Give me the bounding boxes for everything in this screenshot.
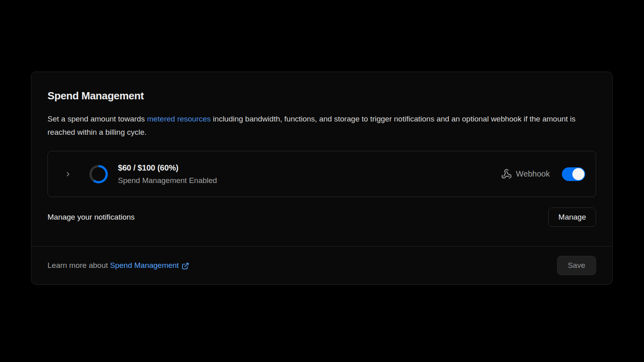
notifications-label: Manage your notifications [47,213,135,222]
spend-management-doc-link[interactable]: Spend Management [110,261,189,270]
learn-more-prefix: Learn more about [47,261,110,269]
spend-management-card: Spend Management Set a spend amount towa… [31,72,613,285]
chevron-right-icon [64,171,72,178]
spend-management-link-label: Spend Management [110,261,179,270]
card-title: Spend Management [47,90,596,102]
spend-status-textblock: $60 / $100 (60%) Spend Management Enable… [118,163,217,185]
manage-button[interactable]: Manage [548,208,596,227]
expand-panel-button[interactable] [64,170,72,178]
page-background: { "colors": { "accent_blue": "#0070f3", … [0,0,644,362]
webhook-toggle[interactable] [562,167,585,181]
card-description: Set a spend amount towards metered resou… [47,112,596,139]
notifications-row: Manage your notifications Manage [47,208,596,227]
spend-progress-ring [88,164,109,185]
spend-status-text: Spend Management Enabled [118,176,217,185]
webhook-icon [501,169,512,179]
description-text-before: Set a spend amount towards [47,115,147,123]
learn-more-text: Learn more about Spend Management [47,261,189,270]
spend-status-panel: $60 / $100 (60%) Spend Management Enable… [47,151,596,197]
save-button[interactable]: Save [557,256,596,275]
card-footer: Learn more about Spend Management Save [31,246,612,284]
webhook-group: Webhook [501,167,585,181]
webhook-label: Webhook [516,169,550,179]
external-link-icon [182,262,189,270]
metered-resources-link[interactable]: metered resources [147,115,211,123]
spend-amount-text: $60 / $100 (60%) [118,163,217,173]
webhook-toggle-knob [572,168,584,180]
